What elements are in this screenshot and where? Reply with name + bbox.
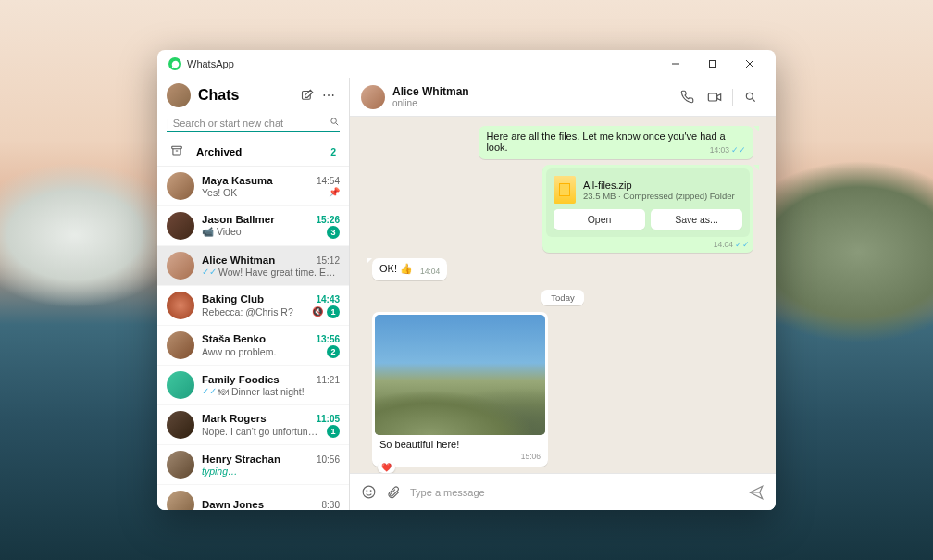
chat-avatar [167,252,194,280]
chat-avatar [167,172,194,200]
chat-time: 14:54 [317,176,340,186]
chat-name: Mark Rogers [202,413,310,424]
contact-name: Alice Whitman [392,85,469,98]
search-icon [330,117,340,129]
archived-row[interactable]: Archived 2 [157,138,349,167]
archived-label: Archived [196,146,242,157]
svg-point-13 [367,491,367,492]
chat-snippet: Rebecca: @Chris R? [202,306,308,317]
messages-pane[interactable]: Here are all the files. Let me know once… [350,117,776,473]
read-tick-icon: ✓✓ [202,267,217,277]
chat-name: Family Foodies [202,374,311,385]
chat-time: 15:12 [317,255,340,266]
sidebar: Chats ⋯ | Archived [157,78,350,510]
chat-name: Henry Strachan [202,454,311,465]
chat-item[interactable]: Staša Benko 13:56 Aww no problem. 2 [157,326,349,366]
chat-item[interactable]: Dawn Jones 8:30 [157,485,349,510]
search-field[interactable]: | [167,115,340,132]
unread-badge: 2 [327,345,340,358]
header-separator [732,89,733,106]
my-avatar[interactable] [167,83,191,107]
window-minimize-button[interactable] [657,51,694,77]
archive-icon [170,144,183,159]
message-input[interactable] [410,487,739,498]
read-tick-icon: ✓✓ [202,386,217,396]
chat-avatar [167,371,194,399]
svg-point-12 [363,486,375,498]
send-button[interactable] [748,484,765,501]
emoji-button[interactable] [361,484,377,500]
attach-button[interactable] [386,485,401,500]
file-open-button[interactable]: Open [554,209,645,230]
muted-icon: 🔇 [312,306,323,317]
chat-time: 14:43 [316,294,340,305]
chat-snippet: 📹 Video [202,226,323,238]
svg-rect-9 [708,93,716,101]
message-time: 15:06 [375,452,545,464]
photo-caption: So beautiful here! [375,435,545,452]
message-time: 14:04✓✓ [546,240,750,249]
read-tick-icon: ✓✓ [731,145,746,155]
svg-rect-1 [710,61,716,68]
menu-button[interactable]: ⋯ [317,84,340,106]
message-photo-in[interactable]: So beautiful here! 15:06 ❤️ [372,312,548,467]
chat-snippet: Aww no problem. [202,346,323,357]
chat-item[interactable]: Baking Club 14:43 Rebecca: @Chris R? 🔇 1 [157,286,349,326]
chat-item[interactable]: Mark Rogers 11:05 Nope. I can't go unfor… [157,405,349,445]
contact-avatar[interactable] [361,85,385,109]
file-attachment: All-files.zip 23.5 MB · Compressed (zipp… [546,168,750,237]
zip-file-icon [554,176,576,204]
app-title: WhatsApp [187,58,234,69]
chat-time: 13:56 [316,334,340,344]
svg-point-5 [331,118,337,123]
window-maximize-button[interactable] [694,51,731,77]
svg-rect-7 [172,146,182,148]
chat-time: 8:30 [322,500,340,510]
chat-name: Baking Club [202,293,310,305]
chat-time: 11:21 [317,375,340,385]
chat-snippet: Yes! OK [202,187,325,198]
file-save-button[interactable]: Save as... [651,209,742,230]
search-input[interactable] [173,118,330,129]
chat-time: 11:05 [316,414,340,424]
message-out[interactable]: Here are all the files. Let me know once… [479,126,753,159]
svg-point-10 [746,93,753,99]
message-file-out[interactable]: All-files.zip 23.5 MB · Compressed (zipp… [542,165,753,253]
message-text: OK! 👍 [379,263,413,274]
photo-image[interactable] [375,315,545,435]
message-input-bar [350,473,776,510]
chat-item[interactable]: Alice Whitman 15:12 ✓✓ Wow! Have great t… [157,246,349,286]
chat-view: Alice Whitman online [350,78,776,510]
new-chat-button[interactable] [295,84,317,106]
chat-item[interactable]: Family Foodies 11:21 ✓✓ 🍽 Dinner last ni… [157,366,349,405]
file-meta: 23.5 MB · Compressed (zipped) Folder [583,191,735,201]
pinned-icon: 📌 [329,187,340,197]
chat-name: Alice Whitman [202,255,311,266]
chat-time: 15:26 [316,215,340,225]
chat-avatar [167,451,194,479]
whatsapp-window: WhatsApp Chats ⋯ | [157,50,776,510]
svg-line-11 [753,98,755,101]
chat-snippet: Wow! Have great time. Enjoy. [218,267,340,278]
message-text: Here are all the files. Let me know once… [486,131,725,153]
chat-header: Alice Whitman online [350,78,776,117]
chat-search-button[interactable] [737,83,765,111]
voice-call-button[interactable] [673,83,701,111]
chat-avatar [167,331,194,359]
chat-item[interactable]: Jason Ballmer 15:26 📹 Video 3 [157,206,349,246]
unread-badge: 1 [327,425,340,438]
chat-name: Maya Kasuma [202,175,311,186]
titlebar: WhatsApp [157,50,776,78]
message-in[interactable]: OK! 👍 14:04 [372,258,447,280]
chat-item[interactable]: Henry Strachan 10:56 typing… [157,445,349,485]
window-close-button[interactable] [731,51,768,77]
chat-list[interactable]: Maya Kasuma 14:54 Yes! OK 📌 Jason Ballme… [157,167,349,510]
reaction-badge[interactable]: ❤️ [378,462,395,473]
chat-item[interactable]: Maya Kasuma 14:54 Yes! OK 📌 [157,167,349,206]
unread-badge: 3 [327,226,340,239]
whatsapp-logo-icon [168,57,181,70]
chat-avatar [167,491,194,510]
video-call-button[interactable] [701,83,728,111]
message-time: 14:03✓✓ [710,145,746,155]
chat-time: 10:56 [317,454,340,465]
